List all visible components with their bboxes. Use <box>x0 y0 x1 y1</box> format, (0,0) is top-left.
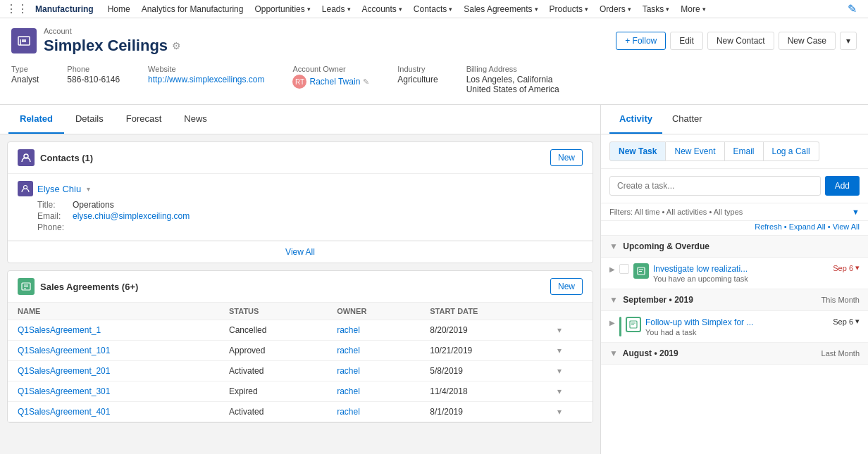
sales-status: Approved <box>219 341 327 361</box>
august-label: August • 2019 <box>623 348 678 358</box>
left-tab-bar: Related Details Forecast News <box>0 105 600 134</box>
tab-related[interactable]: Related <box>8 105 64 134</box>
nav-products[interactable]: Products▾ <box>544 4 594 14</box>
email-button[interactable]: Email <box>725 141 764 161</box>
nav-analytics[interactable]: Analytics for Manufacturing <box>136 4 249 14</box>
nav-contacts[interactable]: Contacts▾ <box>408 4 458 14</box>
contacts-card: Contacts (1) New Elyse Chiu ▾ Title: <box>7 141 593 263</box>
nav-tasks[interactable]: Tasks▾ <box>637 4 676 14</box>
sales-status: Expired <box>219 382 327 402</box>
upcoming-task-link[interactable]: Investigate low realizati... <box>653 264 748 274</box>
contacts-card-header: Contacts (1) New <box>8 142 593 174</box>
sales-name-link[interactable]: Q1SalesAgreement_301 <box>18 386 110 396</box>
nav-sales-agreements[interactable]: Sales Agreements▾ <box>458 4 543 14</box>
row-action[interactable]: ▾ <box>547 382 593 402</box>
sales-status: Activated <box>219 402 327 422</box>
contact-name-link[interactable]: Elyse Chiu <box>37 184 81 194</box>
tab-forecast[interactable]: Forecast <box>115 105 173 134</box>
tab-news[interactable]: News <box>173 105 218 134</box>
new-contact-button[interactable]: New Contact <box>707 32 774 50</box>
sales-owner-link[interactable]: rachel <box>337 366 360 376</box>
edit-button[interactable]: Edit <box>670 32 703 50</box>
task-checkbox[interactable] <box>619 264 629 274</box>
new-task-button[interactable]: New Task <box>609 141 666 161</box>
contact-phone-row: Phone: <box>37 222 192 233</box>
tab-chatter[interactable]: Chatter <box>662 105 712 134</box>
nav-orders[interactable]: Orders▾ <box>594 4 637 14</box>
sales-status: Activated <box>219 361 327 382</box>
september-item-1: ▶ Follow-up with Simplex for ... You had… <box>601 311 868 343</box>
sales-name-link[interactable]: Q1SalesAgreement_101 <box>18 346 110 355</box>
nav-home[interactable]: Home <box>102 4 136 14</box>
sales-icon <box>18 278 35 295</box>
new-case-button[interactable]: New Case <box>779 32 836 50</box>
owner-link[interactable]: Rachel Twain <box>309 77 360 87</box>
nav-opportunities[interactable]: Opportunities▾ <box>249 4 316 14</box>
col-name: NAME <box>8 303 219 320</box>
sales-agreements-header: Sales Agreements (6+) New <box>8 271 593 303</box>
meta-type: Type Analyst <box>11 65 39 94</box>
nav-leads[interactable]: Leads▾ <box>316 4 356 14</box>
row-action[interactable]: ▾ <box>547 361 593 382</box>
top-nav: ⋮⋮ Manufacturing Home Analytics for Manu… <box>0 0 868 18</box>
task-completed-bar <box>619 317 621 336</box>
chevron-down-icon: ▾ <box>449 6 452 13</box>
nav-more[interactable]: More▾ <box>675 4 711 14</box>
sales-date: 8/20/2019 <box>420 320 547 341</box>
filter-text: Filters: All time • All activities • All… <box>609 208 743 216</box>
row-action[interactable]: ▾ <box>547 320 593 341</box>
contact-email-link[interactable]: elyse.chiu@simplexceiling.com <box>73 211 190 221</box>
sales-owner-link[interactable]: rachel <box>337 386 360 396</box>
sales-name-link[interactable]: Q1SalesAgreement_1 <box>18 325 101 335</box>
task-input[interactable] <box>609 176 821 196</box>
task-icon <box>633 263 649 279</box>
nav-accounts[interactable]: Accounts▾ <box>356 4 408 14</box>
add-task-button[interactable]: Add <box>825 176 860 196</box>
contact-row: Elyse Chiu ▾ Title: Operations Email: el… <box>8 174 593 241</box>
log-call-button[interactable]: Log a Call <box>764 141 819 161</box>
header-actions: + Follow Edit New Contact New Case ▾ <box>616 32 857 50</box>
meta-phone: Phone 586-810-6146 <box>67 65 120 94</box>
chevron-down-icon: ▾ <box>307 6 311 13</box>
account-icon <box>11 28 37 53</box>
contact-title-row: Title: Operations <box>37 199 192 210</box>
sales-title: Sales Agreements (6+) <box>40 282 138 292</box>
table-row: Q1SalesAgreement_101 Approved rachel 10/… <box>8 341 593 361</box>
row-action[interactable]: ▾ <box>547 341 593 361</box>
item-chevron-icon[interactable]: ▶ <box>609 319 615 327</box>
billing-line1: Los Angeles, California <box>466 75 559 84</box>
sales-name-link[interactable]: Q1SalesAgreement_201 <box>18 366 110 376</box>
app-name: Manufacturing <box>35 4 94 14</box>
tab-details[interactable]: Details <box>64 105 115 134</box>
sales-date: 10/21/2019 <box>420 341 547 361</box>
sales-owner-link[interactable]: rachel <box>337 325 360 335</box>
app-grid-icon[interactable]: ⋮⋮ <box>6 2 28 15</box>
sales-owner-link[interactable]: rachel <box>337 407 360 417</box>
row-action[interactable]: ▾ <box>547 402 593 422</box>
activity-buttons: New Task New Event Email Log a Call <box>601 134 868 169</box>
account-follow-icon: ⚙ <box>172 40 181 51</box>
chevron-down-icon: ▾ <box>87 185 90 193</box>
sales-owner-link[interactable]: rachel <box>337 346 360 355</box>
tab-activity[interactable]: Activity <box>609 105 662 134</box>
upcoming-task-date: Sep 6 ▾ <box>833 263 860 272</box>
september-task-link[interactable]: Follow-up with Simplex for ... <box>645 317 753 327</box>
col-status: STATUS <box>219 303 327 320</box>
website-link[interactable]: http://www.simplexceilings.com <box>148 75 264 84</box>
follow-button[interactable]: + Follow <box>616 32 666 50</box>
contacts-view-all[interactable]: View All <box>8 241 593 263</box>
filter-icon[interactable]: ▼ <box>852 208 860 216</box>
owner-icon: ✎ <box>363 77 369 87</box>
sales-new-button[interactable]: New <box>550 278 583 295</box>
meta-owner: Account Owner RT Rachel Twain ✎ <box>292 65 369 94</box>
contact-avatar <box>18 181 33 196</box>
item-chevron-icon[interactable]: ▶ <box>609 265 615 273</box>
edit-icon[interactable]: ✎ <box>848 2 857 15</box>
contacts-new-button[interactable]: New <box>550 149 583 166</box>
activity-links[interactable]: Refresh • Expand All • View All <box>755 222 860 231</box>
col-startdate: START DATE <box>420 303 547 320</box>
new-event-button[interactable]: New Event <box>666 141 724 161</box>
sales-name-link[interactable]: Q1SalesAgreement_401 <box>18 407 110 417</box>
more-button[interactable]: ▾ <box>840 32 857 50</box>
meta-website: Website http://www.simplexceilings.com <box>148 65 264 94</box>
